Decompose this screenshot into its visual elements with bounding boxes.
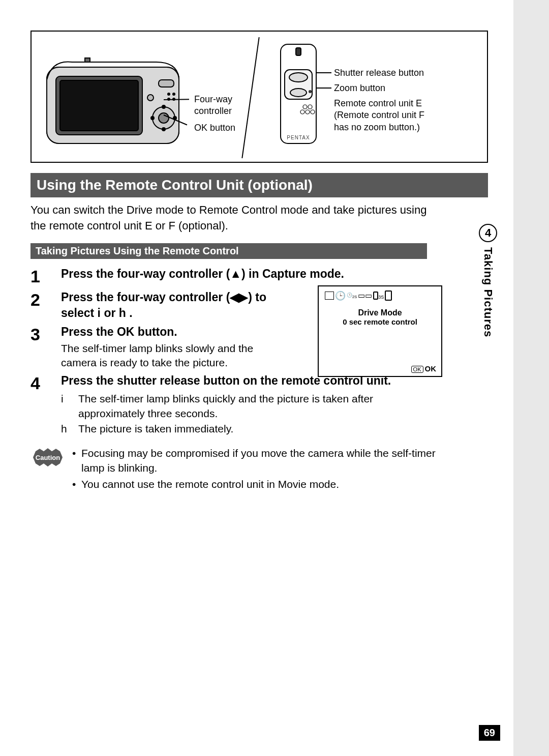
step-sub-row: iThe self-timer lamp blinks quickly and …	[61, 392, 427, 421]
step-row: 4Press the shutter release button on the…	[30, 373, 427, 437]
step-number: 4	[30, 373, 61, 394]
caution-item: Focusing may be compromised if you move …	[72, 446, 442, 475]
svg-point-21	[290, 89, 307, 97]
step-title: Press the four-way controller (◀▶) to se…	[61, 289, 285, 321]
svg-rect-16	[85, 58, 90, 62]
remote-0s-icon	[385, 290, 392, 301]
single-frame-icon	[325, 292, 334, 300]
svg-point-22	[309, 90, 312, 93]
step-row: 1Press the four-way controller (▲) in Ca…	[30, 266, 427, 287]
step-sub-key: h	[61, 422, 78, 436]
remote-3s-icon: 3S	[373, 292, 384, 300]
label-ok-button: OK button	[194, 122, 235, 134]
svg-text:Caution: Caution	[36, 454, 60, 461]
remote-illustration: PENTAX	[270, 42, 326, 149]
caution-block: Caution Focusing may be compromised if y…	[30, 446, 442, 493]
steps-list: 1Press the four-way controller (▲) in Ca…	[30, 266, 427, 438]
diagram-figure: Four-way controller OK button PENTAX Shu…	[30, 31, 488, 163]
lcd-preview: 🕒 🕒2S ▭▭ 3S Drive Mode 0 sec remote cont…	[318, 285, 442, 377]
label-zoom-button: Zoom button	[334, 82, 385, 94]
svg-point-6	[162, 105, 165, 108]
step-title: Press the four-way controller (▲) in Cap…	[61, 266, 427, 282]
step-number: 1	[30, 266, 61, 287]
svg-point-8	[151, 117, 154, 120]
step-sub-value: The self-timer lamp blinks quickly and t…	[78, 392, 427, 421]
page-number: 69	[479, 725, 500, 741]
label-shutter-release: Shutter release button	[334, 67, 424, 79]
lcd-subtitle: 0 sec remote control	[322, 317, 438, 326]
svg-point-12	[168, 93, 170, 95]
step-number: 2	[30, 289, 61, 310]
step-sub-value: The picture is taken immediately.	[78, 422, 427, 436]
label-four-way: Four-way controller	[194, 94, 232, 118]
svg-point-7	[162, 128, 165, 131]
lcd-title: Drive Mode	[322, 308, 438, 317]
svg-text:PENTAX: PENTAX	[287, 135, 310, 140]
lcd-icon-row: 🕒 🕒2S ▭▭ 3S	[322, 290, 438, 301]
label-remote-unit: Remote control unit E (Remote control un…	[334, 98, 424, 133]
step-sub-key: i	[61, 392, 78, 421]
caution-icon: Caution	[30, 446, 65, 469]
self-timer-icon: 🕒	[335, 290, 346, 301]
svg-point-13	[173, 93, 175, 95]
caution-item: You cannot use the remote control unit i…	[72, 477, 442, 491]
lcd-ok-indicator: OKOK	[411, 364, 436, 373]
right-gutter	[513, 0, 549, 756]
svg-rect-10	[159, 80, 174, 87]
step-number: 3	[30, 324, 61, 345]
sub-section-title: Taking Pictures Using the Remote Control	[30, 243, 427, 259]
step-description: The self-timer lamp blinks slowly and th…	[61, 341, 285, 370]
self-timer-2s-icon: 🕒2S	[347, 293, 357, 299]
step-sub-row: hThe picture is taken immediately.	[61, 422, 427, 436]
section-title: Using the Remote Control Unit (optional)	[30, 173, 488, 197]
step-title: Press the OK button.	[61, 324, 285, 340]
svg-rect-18	[296, 48, 301, 55]
caution-list: Focusing may be compromised if you move …	[72, 446, 442, 493]
svg-rect-3	[60, 80, 138, 131]
svg-point-20	[289, 73, 308, 82]
continuous-icon: ▭▭	[358, 291, 372, 300]
camera-illustration	[42, 52, 189, 149]
svg-point-11	[147, 95, 154, 101]
intro-paragraph: You can switch the Drive mode to Remote …	[30, 202, 427, 234]
diagram-separator	[241, 37, 259, 158]
